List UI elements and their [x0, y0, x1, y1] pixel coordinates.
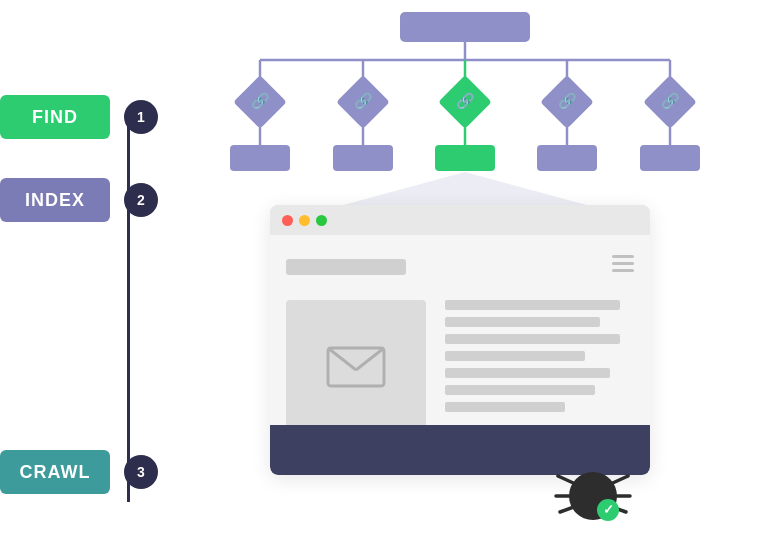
vertical-line [127, 112, 130, 502]
spider-svg: ✓ [548, 434, 638, 524]
step-crawl-row: CRAWL 3 [0, 450, 200, 494]
dot-yellow [299, 215, 310, 226]
step-index-row: INDEX 2 [0, 178, 200, 222]
svg-rect-23 [230, 145, 290, 171]
svg-line-30 [328, 348, 356, 370]
svg-text:✓: ✓ [603, 502, 614, 517]
left-panel: FIND 1 INDEX 2 CRAWL 3 [0, 0, 200, 536]
svg-rect-25 [435, 145, 495, 171]
text-line-4 [445, 351, 585, 361]
text-lines [445, 300, 620, 412]
svg-rect-17 [438, 75, 492, 129]
step-number-3: 3 [124, 455, 158, 489]
dot-red [282, 215, 293, 226]
svg-rect-0 [400, 12, 530, 42]
svg-rect-15 [336, 75, 390, 129]
svg-text:🔗: 🔗 [661, 92, 680, 110]
menu-line-1 [612, 255, 634, 258]
index-label: INDEX [0, 178, 110, 222]
svg-text:🔗: 🔗 [354, 92, 373, 110]
svg-rect-26 [537, 145, 597, 171]
text-line-5 [445, 368, 610, 378]
svg-text:🔗: 🔗 [251, 92, 270, 110]
diagram-area: 🔗 🔗 🔗 🔗 🔗 [200, 0, 780, 536]
text-line-2 [445, 317, 600, 327]
svg-rect-21 [643, 75, 697, 129]
spider: ✓ [548, 434, 628, 514]
step-number-1: 1 [124, 100, 158, 134]
main-container: FIND 1 INDEX 2 CRAWL 3 [0, 0, 780, 536]
svg-rect-24 [333, 145, 393, 171]
browser-menu-icon [612, 255, 634, 272]
svg-text:🔗: 🔗 [456, 92, 475, 110]
svg-rect-27 [640, 145, 700, 171]
svg-text:🔗: 🔗 [558, 92, 577, 110]
svg-line-31 [356, 348, 384, 370]
content-placeholder-1 [286, 259, 406, 275]
svg-rect-13 [233, 75, 287, 129]
image-placeholder [286, 300, 426, 430]
svg-rect-19 [540, 75, 594, 129]
step-number-2: 2 [124, 183, 158, 217]
crawl-label: CRAWL [0, 450, 110, 494]
step-find-row: FIND 1 [0, 95, 200, 139]
text-line-3 [445, 334, 620, 344]
dot-green [316, 215, 327, 226]
find-label: FIND [0, 95, 110, 139]
browser-titlebar [270, 205, 650, 235]
text-line-7 [445, 402, 565, 412]
menu-line-3 [612, 269, 634, 272]
text-line-1 [445, 300, 620, 310]
menu-line-2 [612, 262, 634, 265]
envelope-icon [326, 340, 386, 390]
text-line-6 [445, 385, 595, 395]
